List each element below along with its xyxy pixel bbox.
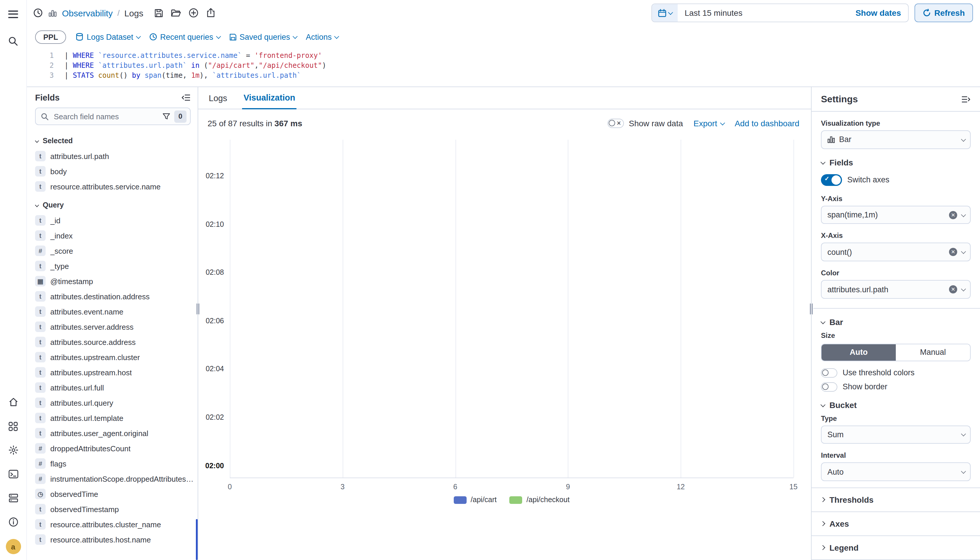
field-item[interactable]: ▦@timestamp — [35, 273, 194, 289]
apps-grid-icon[interactable] — [6, 419, 20, 433]
menu-hamburger-icon[interactable] — [6, 7, 20, 21]
field-item[interactable]: #_score — [35, 243, 194, 258]
toggle-off-switch[interactable] — [821, 368, 837, 377]
field-item[interactable]: tattributes.server.address — [35, 319, 194, 334]
field-item[interactable]: tresource.attributes.host.name — [35, 532, 194, 547]
toggle-on-switch[interactable]: ✓ — [821, 174, 842, 186]
collapsed-section-axes[interactable]: Axes — [821, 519, 971, 528]
color-combobox[interactable]: attributes.url.path ✕ — [821, 280, 971, 298]
legend-item[interactable]: /api/cart — [454, 496, 497, 504]
field-item[interactable]: t_index — [35, 228, 194, 243]
storage-icon[interactable] — [6, 491, 20, 505]
legend-item[interactable]: /api/checkout — [510, 496, 570, 504]
collapsed-section-label: Thresholds — [830, 495, 873, 505]
gear-icon[interactable] — [6, 443, 20, 457]
chevron-down-icon — [961, 137, 966, 142]
query-line[interactable]: 3| STATS count() by span(time, 1m), `att… — [27, 71, 980, 81]
tab-logs[interactable]: Logs — [208, 93, 228, 109]
field-item[interactable]: ◷observedTime — [35, 487, 194, 502]
field-search-input[interactable] — [53, 112, 158, 121]
actions-button[interactable]: Actions — [306, 32, 338, 41]
show-raw-data-toggle[interactable]: ✕ Show raw data — [608, 119, 683, 128]
viz-type-select[interactable]: Bar — [821, 130, 971, 149]
field-item[interactable]: tresource.attributes.cluster_name — [35, 517, 194, 532]
refresh-button[interactable]: Refresh — [915, 3, 973, 22]
filter-icon[interactable] — [163, 113, 170, 120]
size-manual-button[interactable]: Manual — [896, 344, 970, 360]
field-item[interactable]: tbody — [35, 164, 194, 179]
number-field-icon: # — [35, 245, 46, 256]
clear-icon[interactable]: ✕ — [949, 248, 957, 256]
toggle-off-switch[interactable]: ✕ — [608, 119, 624, 128]
bar-section-header[interactable]: Bar — [821, 317, 971, 327]
collapsed-section-thresholds[interactable]: Thresholds — [821, 495, 971, 505]
collapse-settings-panel-icon[interactable] — [961, 95, 971, 103]
recent-history-icon[interactable] — [33, 8, 43, 18]
field-item[interactable]: #droppedAttributesCount — [35, 441, 194, 456]
field-item[interactable]: tattributes.upstream.host — [35, 365, 194, 380]
show-border-toggle[interactable]: Show border — [821, 382, 971, 392]
terminal-icon[interactable] — [6, 467, 20, 481]
collapse-fields-panel-icon[interactable] — [181, 93, 191, 102]
field-item[interactable]: #instrumentationScope.droppedAttributesC… — [35, 471, 194, 487]
field-item[interactable]: tattributes.event.name — [35, 304, 194, 319]
show-dates-button[interactable]: Show dates — [848, 8, 908, 18]
field-item[interactable]: tattributes.url.path — [35, 148, 194, 164]
switch-axes-toggle[interactable]: ✓ Switch axes — [821, 174, 971, 186]
field-item[interactable]: tattributes.url.query — [35, 395, 194, 410]
home-icon[interactable] — [6, 395, 20, 409]
field-item[interactable]: tattributes.upstream.cluster — [35, 350, 194, 365]
tab-visualization[interactable]: Visualization — [242, 93, 297, 109]
field-item[interactable]: tattributes.user_agent.original — [35, 425, 194, 441]
save-icon[interactable] — [154, 8, 164, 18]
add-to-dashboard-button[interactable]: Add to dashboard — [735, 119, 799, 128]
field-item[interactable]: #flags — [35, 456, 194, 471]
viz-type-label: Visualization type — [821, 119, 971, 127]
query-language-button[interactable]: PPL — [35, 30, 67, 43]
x-axis-combobox[interactable]: count() ✕ — [821, 243, 971, 261]
field-item[interactable]: tattributes.url.full — [35, 380, 194, 395]
export-button[interactable]: Export — [693, 119, 724, 128]
field-item[interactable]: t_type — [35, 258, 194, 273]
clear-icon[interactable]: ✕ — [949, 211, 957, 219]
query-line[interactable]: 2| WHERE `attributes.url.path` in ("/api… — [27, 61, 980, 71]
filter-count-badge[interactable]: 0 — [174, 110, 187, 122]
time-range-value[interactable]: Last 15 minutes — [678, 8, 848, 18]
info-icon[interactable] — [6, 515, 20, 529]
panel-resize-handle[interactable] — [809, 303, 813, 315]
field-item[interactable]: tattributes.url.template — [35, 410, 194, 425]
use-threshold-colors-toggle[interactable]: Use threshold colors — [821, 368, 971, 377]
share-icon[interactable] — [206, 8, 216, 18]
query-editor[interactable]: 1| WHERE `resource.attributes.service.na… — [27, 47, 980, 87]
collapsed-section-legend[interactable]: Legend — [821, 543, 971, 552]
refresh-label: Refresh — [934, 8, 965, 18]
size-auto-button[interactable]: Auto — [822, 344, 896, 360]
calendar-dropdown-button[interactable] — [652, 4, 678, 22]
search-icon[interactable] — [6, 34, 20, 48]
field-section-header[interactable]: Selected — [35, 133, 194, 148]
y-axis-tick-label — [202, 333, 230, 357]
y-axis-combobox[interactable]: span(time,1m) ✕ — [821, 205, 971, 224]
user-avatar[interactable]: a — [5, 539, 21, 554]
panel-resize-handle[interactable] — [196, 303, 200, 315]
field-item[interactable]: tattributes.destination.address — [35, 289, 194, 304]
field-item[interactable]: tresource.attributes.service.name — [35, 179, 194, 194]
interval-select[interactable]: Auto — [821, 463, 971, 481]
recent-queries-button[interactable]: Recent queries — [149, 32, 220, 41]
bucket-type-select[interactable]: Sum — [821, 425, 971, 444]
saved-queries-button[interactable]: Saved queries — [229, 32, 297, 41]
field-item[interactable]: tobservedTimestamp — [35, 502, 194, 517]
query-line[interactable]: 1| WHERE `resource.attributes.service.na… — [27, 51, 980, 61]
new-item-icon[interactable] — [188, 8, 199, 18]
dataset-selector[interactable]: Logs Dataset — [76, 32, 140, 41]
open-folder-icon[interactable] — [171, 8, 181, 18]
chevron-down-icon — [216, 34, 221, 39]
breadcrumb-app[interactable]: Observability — [62, 8, 113, 18]
bucket-section-header[interactable]: Bucket — [821, 400, 971, 410]
field-section-header[interactable]: Query — [35, 198, 194, 213]
toggle-off-switch[interactable] — [821, 382, 837, 392]
field-item[interactable]: t_id — [35, 213, 194, 228]
clear-icon[interactable]: ✕ — [949, 285, 957, 293]
fields-section-header[interactable]: Fields — [821, 158, 971, 167]
field-item[interactable]: tattributes.source.address — [35, 334, 194, 350]
